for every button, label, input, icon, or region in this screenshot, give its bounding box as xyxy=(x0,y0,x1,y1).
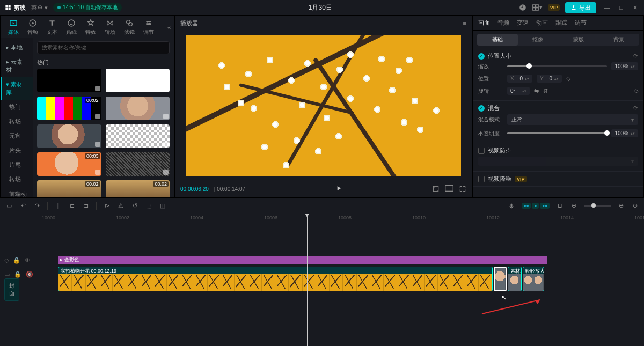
media-thumbnail[interactable]: 00:02 xyxy=(37,180,101,197)
pointer-tool-icon[interactable]: ▭ xyxy=(5,202,13,210)
zoom-in-icon[interactable]: ⊕ xyxy=(617,202,625,210)
subtab-mask[interactable]: 蒙版 xyxy=(558,34,599,46)
filter-visibility-icon[interactable]: ◇ xyxy=(4,257,9,264)
crop-icon[interactable]: ⬚ xyxy=(145,202,152,210)
timeline-ruler[interactable]: 1000010002100041000610008100101001210014… xyxy=(42,214,644,224)
tab-adjust[interactable]: 调节 xyxy=(139,18,158,37)
ratio-icon[interactable] xyxy=(445,185,453,193)
tab-text[interactable]: 文本 xyxy=(42,18,62,37)
tab-media[interactable]: 媒体 xyxy=(4,18,23,37)
zoom-out-icon[interactable]: ⊖ xyxy=(570,202,577,210)
zoom-slider[interactable] xyxy=(584,205,611,207)
close-button[interactable]: ✕ xyxy=(631,4,640,11)
video-mute-icon[interactable]: 🔇 xyxy=(26,271,33,278)
playhead[interactable] xyxy=(307,214,308,346)
magnet-icon[interactable]: ⊔ xyxy=(556,202,564,210)
reset-transform-icon[interactable]: ⟳ xyxy=(633,53,638,60)
tab-audio[interactable]: 音频 xyxy=(23,18,42,37)
media-thumbnail[interactable]: 00:02 xyxy=(37,97,101,120)
insp-tab-anim[interactable]: 动画 xyxy=(536,19,548,27)
tab-effects[interactable]: 特效 xyxy=(81,18,100,37)
menu-dropdown[interactable]: 菜单 ▾ xyxy=(31,4,48,12)
media-thumbnail[interactable]: 00:02 xyxy=(106,180,170,197)
clip-selected[interactable]: 素材.转 xyxy=(494,267,507,291)
filter-eye-icon[interactable]: 👁 xyxy=(25,257,31,263)
delete-left-icon[interactable]: ⊏ xyxy=(68,202,76,210)
freeze-icon[interactable]: ⚠ xyxy=(117,202,125,210)
insp-tab-picture[interactable]: 画面 xyxy=(478,19,490,27)
transform-checkbox[interactable] xyxy=(478,53,485,60)
scale-value[interactable]: 100%▴▾ xyxy=(611,62,638,70)
track-toggle-group[interactable]: ●●●●● xyxy=(522,203,550,209)
minimize-button[interactable]: — xyxy=(602,4,612,11)
opacity-slider[interactable] xyxy=(507,132,607,134)
blend-checkbox[interactable] xyxy=(478,105,485,112)
sidebar-sub-4[interactable]: 片尾 xyxy=(1,158,33,172)
safe-zone-icon[interactable] xyxy=(432,185,440,193)
media-thumbnail[interactable] xyxy=(37,69,101,92)
sidebar-library[interactable]: ▾ 素材库 xyxy=(1,77,33,100)
vip-badge[interactable]: VIP xyxy=(548,4,560,11)
flip-h-icon[interactable]: ⇋ xyxy=(534,87,539,94)
preview-viewport[interactable] xyxy=(175,31,472,181)
rotate-keyframe-icon[interactable]: ◇ xyxy=(634,87,638,94)
layout-icon[interactable]: ▾ xyxy=(532,4,543,11)
search-input[interactable]: 搜索素材名称/关键 xyxy=(37,41,170,54)
play-button[interactable] xyxy=(335,185,342,193)
fullscreen-icon[interactable] xyxy=(459,185,466,193)
insp-tab-audio[interactable]: 音频 xyxy=(497,19,509,27)
timeline-tracks[interactable]: 1000010002100041000610008100101001210014… xyxy=(42,214,644,346)
history-icon[interactable] xyxy=(519,4,526,11)
speed-icon[interactable]: ⊳ xyxy=(103,202,111,210)
media-thumbnail[interactable] xyxy=(106,152,170,176)
undo-icon[interactable]: ↶ xyxy=(19,202,27,210)
split-icon[interactable]: ‖ xyxy=(54,202,62,210)
clip-main[interactable]: 实拍植物开花 00:00:12:19 xyxy=(58,267,493,291)
filter-lock-icon[interactable]: 🔒 xyxy=(13,257,20,264)
pos-y-input[interactable]: Y 0▴▾ xyxy=(537,75,562,83)
collapse-panel-icon[interactable]: « xyxy=(167,24,171,31)
zoom-fit-icon[interactable]: ⊙ xyxy=(631,202,639,210)
preview-menu-icon[interactable]: ≡ xyxy=(463,20,466,26)
tab-transition[interactable]: 转场 xyxy=(100,18,120,37)
cover-button[interactable]: 封面 xyxy=(4,278,19,301)
mirror-icon[interactable]: ◫ xyxy=(159,202,166,210)
blendmode-select[interactable]: 正常 xyxy=(507,114,638,125)
video-visibility-icon[interactable]: ▭ xyxy=(4,271,10,278)
pos-x-input[interactable]: X 0▴▾ xyxy=(507,75,532,83)
filter-clip[interactable]: ▸ 金彩色 xyxy=(58,256,547,264)
stabilize-checkbox[interactable] xyxy=(478,148,485,154)
reverse-icon[interactable]: ↺ xyxy=(131,202,138,210)
subtab-basic[interactable]: 基础 xyxy=(477,34,518,46)
sidebar-sub-5[interactable]: 转场 xyxy=(1,172,33,187)
pos-keyframe-icon[interactable]: ◇ xyxy=(566,75,570,82)
rotate-input[interactable]: 0°▴▾ xyxy=(507,87,530,95)
clip-secondary-2[interactable]: 轻轻放大吗 00 xyxy=(523,267,544,291)
sidebar-sub-1[interactable]: 转场 xyxy=(1,114,33,129)
opacity-value[interactable]: 100%▴▾ xyxy=(611,129,638,137)
insp-tab-track[interactable]: 跟踪 xyxy=(555,19,567,27)
sidebar-local[interactable]: ▸ 本地 xyxy=(1,40,33,55)
insp-tab-adjust[interactable]: 调节 xyxy=(575,19,587,27)
video-lock-icon[interactable]: 🔒 xyxy=(14,271,21,278)
sidebar-sub-6[interactable]: 前端动画 xyxy=(1,187,33,197)
media-thumbnail[interactable] xyxy=(106,97,170,120)
mic-icon[interactable] xyxy=(508,202,515,210)
tab-sticker[interactable]: 贴纸 xyxy=(62,18,81,37)
sidebar-cloud[interactable]: ▸ 云素材 xyxy=(1,55,33,77)
sidebar-sub-hot[interactable]: 热门 xyxy=(1,100,33,114)
delete-right-icon[interactable]: ⊐ xyxy=(82,202,90,210)
insp-tab-speed[interactable]: 变速 xyxy=(517,19,529,27)
tab-filter[interactable]: 滤镜 xyxy=(120,18,139,37)
scale-slider[interactable] xyxy=(507,65,607,67)
clip-secondary-1[interactable]: 素材.转场 xyxy=(508,267,522,291)
sidebar-sub-3[interactable]: 片头 xyxy=(1,143,33,158)
denoise-checkbox[interactable] xyxy=(478,176,485,182)
stabilize-select[interactable] xyxy=(478,157,638,166)
reset-blend-icon[interactable]: ⟳ xyxy=(633,105,638,112)
export-button[interactable]: 导出 xyxy=(565,2,596,13)
subtab-cutout[interactable]: 抠像 xyxy=(518,34,559,46)
redo-icon[interactable]: ↷ xyxy=(33,202,41,210)
media-thumbnail[interactable] xyxy=(37,124,101,148)
media-thumbnail[interactable]: 00:03 xyxy=(37,152,101,176)
